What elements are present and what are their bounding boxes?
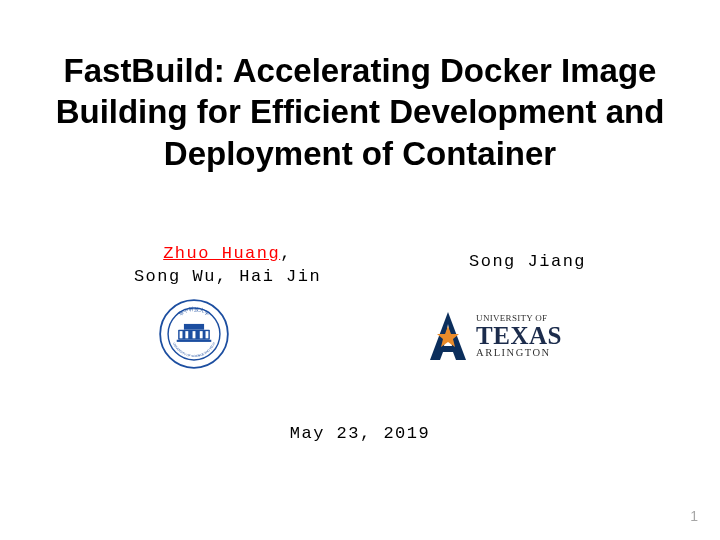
svg-rect-9	[200, 331, 203, 338]
author-left-line2: Song Wu, Hai Jin	[134, 267, 321, 286]
svg-text:华中科技大学: 华中科技大学	[177, 305, 210, 316]
svg-rect-5	[184, 324, 204, 330]
svg-rect-6	[180, 331, 183, 338]
uta-texas: TEXAS	[476, 323, 562, 348]
svg-rect-11	[177, 340, 212, 342]
uta-text: UNIVERSITY OF TEXAS ARLINGTON	[476, 314, 562, 359]
author-highlighted: Zhuo Huang	[163, 244, 280, 263]
hust-logo: 华中科技大学 UNIVERSITY OF SCIENCE AND TECH	[158, 298, 230, 374]
svg-rect-10	[206, 331, 209, 338]
slide-title: FastBuild: Accelerating Docker Image Bui…	[0, 0, 720, 174]
author-block-right: Song Jiang	[469, 252, 586, 271]
author-comma: ,	[280, 244, 292, 263]
authors-row: Zhuo Huang, Song Wu, Hai Jin Song Jiang	[0, 244, 720, 286]
author-block-left: Zhuo Huang, Song Wu, Hai Jin	[134, 244, 321, 286]
author-left-line1: Zhuo Huang,	[134, 244, 321, 263]
logos-row: 华中科技大学 UNIVERSITY OF SCIENCE AND TECH UN…	[0, 298, 720, 374]
uta-logo: UNIVERSITY OF TEXAS ARLINGTON	[426, 310, 562, 362]
author-right-name: Song Jiang	[469, 252, 586, 271]
uta-a-icon	[426, 310, 470, 362]
uta-arlington: ARLINGTON	[476, 348, 562, 359]
svg-rect-8	[193, 331, 196, 338]
page-number: 1	[690, 508, 698, 524]
svg-rect-7	[185, 331, 188, 338]
presentation-date: May 23, 2019	[0, 424, 720, 443]
